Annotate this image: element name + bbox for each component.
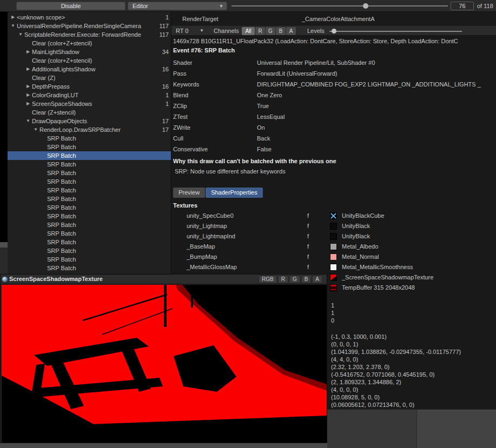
foldout-expanded-icon[interactable]: ▼: [32, 125, 39, 134]
rt-dropdown[interactable]: RT 0 ▼: [174, 26, 209, 36]
tree-row-screenspaceshadows[interactable]: ▶ScreenSpaceShadows1: [8, 99, 171, 108]
tab-preview[interactable]: Preview: [173, 188, 205, 198]
property-value: Back: [257, 133, 496, 144]
tree-row-srp-batch[interactable]: SRP Batch: [8, 264, 171, 272]
background-strip-dark: [0, 12, 8, 242]
property-value: On: [257, 122, 496, 133]
tree-row-srp-batch[interactable]: SRP Batch: [8, 186, 171, 195]
tree-row-srp-batch[interactable]: SRP Batch: [8, 203, 171, 212]
texture-swatch[interactable]: [330, 284, 337, 291]
tree-item-label: SRP Batch: [47, 177, 157, 186]
tree-row-drawopaqueobjects[interactable]: ▼DrawOpaqueObjects17: [8, 117, 171, 125]
levels-slider-track[interactable]: [329, 31, 462, 32]
tree-row-srp-batch[interactable]: SRP Batch: [8, 238, 171, 246]
foldout-collapsed-icon[interactable]: ▶: [25, 82, 31, 91]
channel-button-a[interactable]: A: [286, 27, 296, 35]
levels-slider-thumb[interactable]: [332, 29, 336, 34]
tree-item-count: 1: [166, 13, 169, 22]
texture-swatch[interactable]: [330, 212, 337, 219]
tree-row-srp-batch[interactable]: SRP Batch: [8, 160, 171, 169]
channel-button-b[interactable]: B: [276, 27, 286, 35]
texture-swatch[interactable]: [330, 223, 337, 230]
tree-row-srp-batch[interactable]: SRP Batch: [8, 220, 171, 229]
vector-value: (-1, 0.3, 1000, 0.001): [331, 333, 461, 340]
foldout-collapsed-icon[interactable]: ▶: [25, 65, 31, 73]
foldout-expanded-icon[interactable]: ▼: [25, 117, 31, 125]
tree-row-clear-z-stencil[interactable]: Clear (Z+stencil): [8, 108, 171, 117]
tree-row-clear-color-z-stencil[interactable]: Clear (color+Z+stencil): [8, 39, 171, 48]
buffer-info: 1469x728 B10G11R11_UFloatPack32 (LoadAct…: [173, 38, 495, 44]
texture-swatch[interactable]: [330, 274, 337, 281]
tree-row-srp-batch[interactable]: SRP Batch: [8, 169, 171, 177]
frame-slider-track[interactable]: [232, 5, 448, 6]
tree-row-srp-batch[interactable]: SRP Batch: [8, 195, 171, 203]
editor-dropdown[interactable]: Editor ▼: [128, 2, 227, 10]
preview-titlebar[interactable]: ScreenSpaceShadowmapTexture RGBRGBA: [1, 275, 327, 284]
tree-item-label: SRP Batch: [47, 246, 157, 255]
tree-row-additionallightsshadow[interactable]: ▶AdditionalLightsShadow16: [8, 65, 171, 73]
tree-row-renderloop-drawsrpbatcher[interactable]: ▼RenderLoop.DrawSRPBatcher17: [8, 125, 171, 134]
tab-shaderproperties[interactable]: ShaderProperties: [206, 188, 263, 198]
foldout-collapsed-icon[interactable]: ▶: [25, 99, 31, 108]
tree-row-universalrenderpipeline-rendersinglecamera[interactable]: ▼UniversalRenderPipeline.RenderSingleCam…: [8, 22, 171, 30]
preview-channel-button-rgb[interactable]: RGB: [259, 276, 277, 283]
texture-swatch[interactable]: [330, 253, 337, 260]
channel-button-all[interactable]: All: [242, 27, 255, 35]
texture-swatch[interactable]: [330, 243, 337, 250]
foldout-collapsed-icon[interactable]: ▶: [10, 13, 16, 22]
tree-row-scriptablerenderer-execute-forwardrende[interactable]: ▼ScriptableRenderer.Execute: ForwardRend…: [8, 30, 171, 39]
foldout-collapsed-icon[interactable]: ▶: [25, 91, 31, 99]
tree-row-srp-batch[interactable]: SRP Batch: [8, 151, 171, 160]
tree-item-label: Clear (Z): [32, 73, 157, 82]
property-value: DIRLIGHTMAP_COMBINED FOG_EXP2 LIGHTMAP_O…: [257, 79, 496, 90]
preview-channel-button-r[interactable]: R: [278, 276, 288, 283]
tree-item-count: 117: [159, 30, 169, 39]
property-label: ZWrite: [173, 122, 190, 133]
tree-row-srp-batch[interactable]: SRP Batch: [8, 229, 171, 238]
textures-title: Textures: [173, 202, 197, 209]
texture-value: Metal_MetallicSmoothness: [342, 262, 413, 272]
preview-channel-buttons: RGBRGBA: [259, 276, 322, 283]
tree-row-clear-color-z-stencil[interactable]: Clear (color+Z+stencil): [8, 56, 171, 65]
disable-button[interactable]: Disable: [16, 2, 125, 10]
foldout-expanded-icon[interactable]: ▼: [17, 30, 24, 39]
property-row-conservative: ConservativeFalse: [171, 144, 496, 155]
preview-channel-button-a[interactable]: A: [312, 276, 322, 283]
texture-swatch[interactable]: [330, 264, 337, 271]
tree-row-srp-batch[interactable]: SRP Batch: [8, 255, 171, 264]
texture-filter-flag: f: [307, 262, 309, 272]
tree-row-srp-batch[interactable]: SRP Batch: [8, 246, 171, 255]
tree-item-label: AdditionalLightsShadow: [32, 65, 157, 73]
tree-row-clear-z[interactable]: Clear (Z): [8, 73, 171, 82]
property-label: Cull: [173, 133, 183, 144]
property-row-cull: CullBack: [171, 133, 496, 144]
tree-row-unknown-scope[interactable]: ▶<unknown scope>1: [8, 13, 171, 22]
tree-row-mainlightshadow[interactable]: ▶MainLightShadow34: [8, 48, 171, 56]
tree-row-srp-batch[interactable]: SRP Batch: [8, 177, 171, 186]
tree-row-srp-batch[interactable]: SRP Batch: [8, 212, 171, 220]
tree-row-depthprepass[interactable]: ▶DepthPrepass16: [8, 82, 171, 91]
channel-button-g[interactable]: G: [266, 27, 275, 35]
texture-row: unity_SpecCube0fUnityBlackCube: [171, 211, 496, 221]
foldout-expanded-icon[interactable]: ▼: [10, 22, 16, 30]
tree-row-srp-batch[interactable]: SRP Batch: [8, 143, 171, 151]
foldout-collapsed-icon[interactable]: ▶: [25, 48, 31, 56]
property-row-zclip: ZClipTrue: [171, 101, 496, 111]
bottom-strip: [0, 443, 327, 448]
frame-slider-thumb[interactable]: [363, 3, 368, 9]
tree-row-srp-batch[interactable]: SRP Batch: [8, 134, 171, 143]
chevron-down-icon: ▼: [200, 26, 204, 36]
frame-number-field[interactable]: 76: [451, 2, 474, 10]
preview-channel-button-g[interactable]: G: [289, 276, 300, 283]
texture-filter-flag: f: [307, 242, 309, 252]
preview-channel-button-b[interactable]: B: [301, 276, 312, 283]
vector-value: (2, 1.809323, 1.344886, 2): [331, 378, 461, 386]
tree-item-count: 1: [166, 91, 169, 99]
texture-swatch[interactable]: [330, 233, 337, 240]
event-tree: ▶<unknown scope>1▼UniversalRenderPipelin…: [8, 12, 171, 274]
levels-label: Levels: [307, 26, 325, 36]
texture-filter-flag: f: [307, 231, 309, 242]
chevron-down-icon: ▼: [219, 3, 223, 10]
tree-row-colorgradinglut[interactable]: ▶ColorGradingLUT1: [8, 91, 171, 99]
channel-button-r[interactable]: R: [255, 27, 265, 35]
